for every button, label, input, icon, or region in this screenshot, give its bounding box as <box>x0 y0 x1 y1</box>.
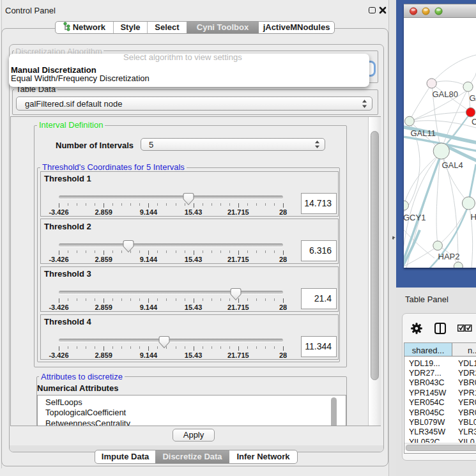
svg-text:HAP2: HAP2 <box>438 252 460 261</box>
svg-text:GAL11: GAL11 <box>411 128 436 138</box>
svg-text:GAL4: GAL4 <box>442 160 463 170</box>
svg-text:GAL80: GAL80 <box>433 89 458 99</box>
svg-text:GCY1: GCY1 <box>404 213 426 222</box>
svg-text:H: H <box>471 212 476 222</box>
svg-text:C: C <box>472 117 476 127</box>
svg-text:GAL: GAL <box>470 93 476 103</box>
